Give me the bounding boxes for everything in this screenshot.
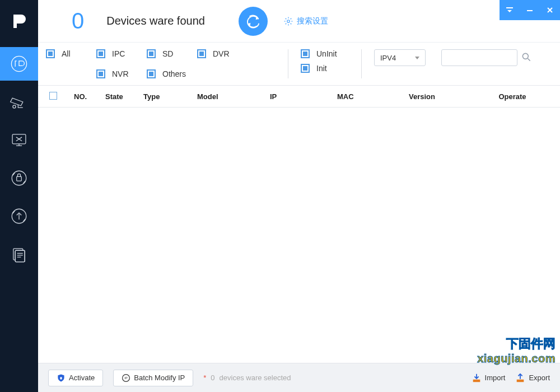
svg-point-9 <box>287 20 290 22</box>
filter-ipc[interactable]: IPC <box>96 49 140 58</box>
svg-rect-17 <box>517 379 524 382</box>
search-settings-label: 搜索设置 <box>297 16 328 26</box>
minimize-button[interactable] <box>521 0 538 20</box>
activate-button[interactable]: Activate <box>48 370 103 386</box>
title-bar: 0 Devices ware found 搜索设置 <box>38 0 560 43</box>
filter-init[interactable]: Init <box>301 64 344 73</box>
filter-divider <box>288 49 288 78</box>
table-body <box>38 108 560 363</box>
filter-all[interactable]: All <box>46 49 90 58</box>
filter-nvr[interactable]: NVR <box>96 69 140 78</box>
refresh-button[interactable] <box>239 7 268 36</box>
search-settings-link[interactable]: 搜索设置 <box>283 16 328 26</box>
footer-bar: Activate IP Batch Modify IP * 0 devices … <box>38 363 560 392</box>
table-header: NO. State Type Model IP MAC Version Oper… <box>38 85 560 108</box>
window-controls <box>500 0 560 20</box>
svg-text:IP: IP <box>125 376 128 380</box>
device-count: 0 <box>72 8 84 34</box>
filter-dvr[interactable]: DVR <box>197 49 241 58</box>
filter-others[interactable]: Others <box>147 69 190 78</box>
ip-version-select[interactable]: IPV4 <box>374 49 426 66</box>
col-mac: MAC <box>334 92 405 101</box>
col-model: Model <box>194 92 267 101</box>
search-input[interactable] <box>441 49 517 66</box>
svg-rect-13 <box>60 377 62 379</box>
sidebar-docs[interactable] <box>0 237 38 271</box>
sidebar <box>0 0 38 392</box>
main-panel: 0 Devices ware found 搜索设置 <box>38 0 560 392</box>
selection-info: * 0 devices ware selected <box>203 374 291 382</box>
page-title: Devices ware found <box>106 15 205 27</box>
window-menu-button[interactable] <box>501 0 518 20</box>
export-icon <box>515 373 525 383</box>
svg-point-1 <box>13 105 16 108</box>
sidebar-ip-config[interactable] <box>0 47 38 81</box>
shield-icon <box>57 374 66 382</box>
sidebar-camera[interactable] <box>0 85 38 119</box>
filter-divider-2 <box>361 49 362 78</box>
col-type: Type <box>140 92 194 101</box>
filter-bar: All IPC SD DVR NVR Others UnInit Init IP… <box>38 43 560 85</box>
svg-rect-4 <box>17 176 22 181</box>
svg-rect-7 <box>15 250 25 262</box>
filter-uninit[interactable]: UnInit <box>301 49 344 58</box>
svg-rect-11 <box>527 10 533 11</box>
sidebar-upgrade[interactable] <box>0 199 38 233</box>
sidebar-tools[interactable] <box>0 123 38 157</box>
import-icon <box>472 373 482 383</box>
col-ip: IP <box>267 92 334 101</box>
filter-sd[interactable]: SD <box>147 49 190 58</box>
app-logo <box>0 0 38 43</box>
search-button[interactable] <box>521 52 533 64</box>
batch-modify-ip-button[interactable]: IP Batch Modify IP <box>113 370 193 386</box>
export-button[interactable]: Export <box>515 373 550 383</box>
sync-icon <box>245 13 262 30</box>
svg-point-12 <box>522 53 528 59</box>
col-state: State <box>102 92 140 101</box>
ip-icon: IP <box>122 374 130 382</box>
search-icon <box>521 52 532 63</box>
chevron-down-icon <box>415 57 419 59</box>
gear-icon <box>283 16 293 26</box>
svg-rect-10 <box>506 7 513 8</box>
select-all-checkbox[interactable] <box>46 92 71 101</box>
sidebar-security[interactable] <box>0 161 38 195</box>
col-no: NO. <box>71 92 102 101</box>
col-operate: Operate <box>473 92 552 101</box>
import-button[interactable]: Import <box>472 373 506 383</box>
close-button[interactable] <box>542 0 558 20</box>
svg-rect-16 <box>473 379 480 382</box>
col-version: Version <box>405 92 473 101</box>
